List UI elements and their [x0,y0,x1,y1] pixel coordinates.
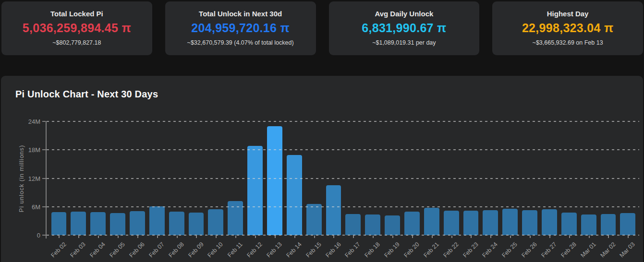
chart-bar[interactable] [228,201,243,235]
x-axis-label: Feb 22 [442,241,460,259]
chart-bar[interactable] [149,206,165,235]
x-axis-label: Feb 09 [187,241,205,259]
x-axis-label: Feb 26 [521,241,538,259]
bar-slot: Feb 11 [226,121,245,235]
x-axis-label: Feb 16 [324,241,342,259]
chart-panel: Pi Unlock Chart - Next 30 Days Pi unlock… [1,76,643,262]
chart-bar[interactable] [51,212,67,235]
chart-bar[interactable] [90,212,106,235]
x-axis-tick [59,236,60,238]
x-axis-label: Feb 03 [69,241,87,259]
y-axis-tick-label: 6M [32,203,40,210]
card-title: Total Locked Pi [1,10,152,18]
chart-bar[interactable] [130,211,145,235]
chart-bar[interactable] [601,214,616,235]
card-title: Highest Day [492,10,643,18]
chart-bar[interactable] [483,210,498,235]
x-axis-tick [589,236,590,238]
y-axis-tick-label: 0 [37,232,40,239]
chart-bar[interactable] [247,146,263,235]
bar-slot: Feb 27 [539,121,559,235]
x-axis-tick [314,236,315,238]
bar-slot: Feb 28 [559,121,579,235]
card-avg-daily-unlock: Avg Daily Unlock 6,831,990.67 π ~$1,089,… [329,1,480,55]
x-axis-tick [333,236,334,238]
x-axis-label: Feb 10 [207,241,224,259]
x-axis-label: Feb 02 [49,241,67,259]
bar-slot: Feb 21 [422,121,441,235]
bar-slot: Feb 12 [245,121,265,235]
chart-bar[interactable] [287,155,302,235]
bar-slot: Feb 15 [304,121,324,235]
x-axis-tick [432,236,433,238]
x-axis-tick [275,236,276,238]
x-axis-tick [569,236,570,238]
chart-bar[interactable] [404,212,420,235]
bar-slot: Feb 25 [500,121,520,235]
x-axis-label: Feb 25 [501,241,519,259]
bars-container: Feb 02Feb 03Feb 04Feb 05Feb 06Feb 07Feb … [47,121,639,235]
chart-bar[interactable] [385,215,400,235]
bar-slot: Mar 01 [579,121,598,235]
chart-bar[interactable] [542,209,557,235]
chart-bar[interactable] [463,211,479,235]
x-axis-label: Feb 21 [422,241,440,259]
card-subtext: ~$802,779,827.18 [1,39,152,46]
bar-slot: Feb 09 [186,121,206,235]
chart-bar[interactable] [620,213,635,235]
card-value: 5,036,259,894.45 π [1,21,152,35]
chart-bar[interactable] [71,212,86,235]
bar-slot: Feb 17 [343,121,363,235]
x-axis-tick [216,236,217,238]
x-axis-label: Feb 24 [481,241,499,259]
chart-bar[interactable] [444,211,459,235]
bar-slot: Feb 14 [284,121,304,235]
y-axis-tick-label: 24M [28,118,40,125]
bar-slot: Feb 19 [383,121,402,235]
x-axis-tick [510,236,511,238]
chart-bar[interactable] [169,212,184,235]
x-axis-tick [196,236,197,238]
chart-bar[interactable] [522,210,537,235]
x-axis-label: Feb 12 [246,241,264,259]
x-axis-label: Feb 07 [147,241,165,259]
card-total-locked: Total Locked Pi 5,036,259,894.45 π ~$802… [1,1,152,55]
x-axis-tick [255,236,256,238]
chart-bar[interactable] [326,185,341,235]
bar-slot: Feb 16 [324,121,343,235]
x-axis-tick [353,236,354,238]
chart-bar[interactable] [502,209,518,235]
x-axis-tick [137,236,138,238]
bar-slot: Feb 03 [69,121,88,235]
card-value: 204,959,720.16 π [165,21,316,35]
chart-bar[interactable] [561,213,577,235]
chart-bar[interactable] [365,214,380,235]
card-subtext: ~$32,670,579.39 (4.07% of total locked) [165,39,316,46]
chart-bar[interactable] [424,208,439,235]
bar-slot: Mar 02 [598,121,618,235]
x-axis-label: Feb 17 [344,241,362,259]
chart-bar[interactable] [306,204,322,235]
chart-bar[interactable] [110,213,125,235]
bar-slot: Feb 04 [88,121,108,235]
x-axis-tick [373,236,374,238]
chart-bar[interactable] [345,214,361,235]
chart-bar[interactable] [189,213,204,235]
y-axis-tick-label: 12M [28,175,40,182]
card-title: Total Unlock in Next 30d [165,10,316,18]
chart-bar[interactable] [267,126,282,235]
x-axis-label: Mar 01 [579,241,597,259]
x-axis-label: Feb 08 [167,241,185,259]
chart-bar[interactable] [581,214,596,235]
x-axis-tick [177,236,178,238]
x-axis-tick [451,236,452,238]
bar-slot: Feb 06 [127,121,147,235]
stat-cards-row: Total Locked Pi 5,036,259,894.45 π ~$802… [0,0,644,55]
plot-area: Pi unlock (in millions) 06M12M18M24MFeb … [46,121,639,235]
card-value: 22,998,323.04 π [492,21,643,35]
chart-bar[interactable] [208,209,223,235]
x-axis-tick [235,236,236,238]
x-axis-label: Feb 19 [383,241,401,259]
x-axis-label: Mar 03 [619,241,636,259]
x-axis-label: Feb 04 [89,241,107,259]
